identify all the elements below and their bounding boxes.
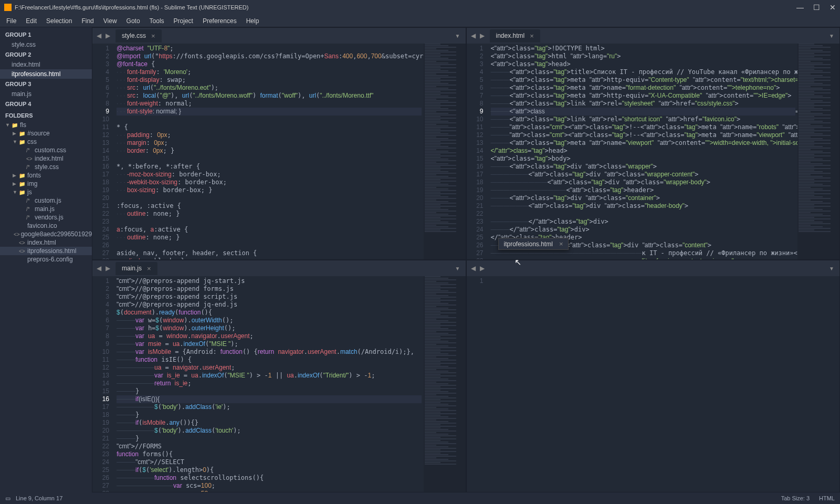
- sidebar: GROUP 1 style.css GROUP 2 index.html itp…: [0, 27, 92, 492]
- tab-prev-icon[interactable]: ◀: [469, 32, 478, 39]
- minimap[interactable]: [424, 276, 466, 492]
- tree-item[interactable]: <>google8aedc29965019295…: [0, 230, 92, 238]
- statusbar: ▭ Line 9, Column 17 Tab Size: 3 HTML: [0, 492, 840, 504]
- tab-dropdown-icon[interactable]: ▼: [452, 266, 464, 271]
- tab-prev-icon[interactable]: ◀: [469, 265, 478, 272]
- tree-item[interactable]: /*custom.css: [0, 146, 92, 154]
- menu-selection[interactable]: Selection: [42, 16, 76, 26]
- editor-body-bottom-left[interactable]: 1234567891011121314151617181920212223242…: [92, 276, 466, 492]
- maximize-button[interactable]: ☐: [813, 3, 820, 12]
- tree-item[interactable]: favicon.ico: [0, 222, 92, 230]
- tree-item[interactable]: /*vendors.js: [0, 213, 92, 222]
- minimap[interactable]: [424, 44, 466, 259]
- tab-next-icon[interactable]: ▶: [478, 32, 487, 39]
- app-icon: [4, 4, 12, 11]
- tabbar-top-left: ◀ ▶ style.css × ▼: [92, 28, 466, 44]
- menu-file[interactable]: File: [2, 16, 20, 26]
- pane-bottom-right: ◀ ▶ ▼ 1: [466, 260, 841, 492]
- group-1-item-0[interactable]: style.css: [0, 40, 92, 49]
- menu-view[interactable]: View: [99, 16, 121, 26]
- menu-find[interactable]: Find: [77, 16, 98, 26]
- menu-preferences[interactable]: Preferences: [198, 16, 241, 26]
- tree-item[interactable]: /*style.css: [0, 163, 92, 171]
- status-cursor[interactable]: Line 9, Column 17: [16, 495, 62, 501]
- tree-item[interactable]: ▼📁css: [0, 138, 92, 146]
- tree-item[interactable]: prepros-6.config: [0, 255, 92, 264]
- tab-index-html[interactable]: index.html ×: [490, 29, 540, 43]
- group-2-item-0[interactable]: index.html: [0, 60, 92, 69]
- pane-top-right: ◀ ▶ index.html × ▼ 123456789101112131415…: [466, 27, 841, 260]
- status-syntax[interactable]: HTML: [819, 495, 835, 501]
- group-3-label[interactable]: GROUP 3: [0, 79, 92, 89]
- editor-body-top-right[interactable]: 1234567891011121314151617181920212223242…: [467, 44, 840, 259]
- tab-close-icon[interactable]: ×: [151, 32, 155, 40]
- folders-label: FOLDERS: [0, 109, 92, 121]
- tree-root[interactable]: ▼📁fls: [0, 121, 92, 129]
- tab-prev-icon[interactable]: ◀: [94, 265, 103, 272]
- group-1-label[interactable]: GROUP 1: [0, 29, 92, 40]
- minimize-button[interactable]: —: [796, 3, 804, 12]
- menu-help[interactable]: Help: [242, 16, 264, 26]
- tab-close-icon[interactable]: ×: [147, 265, 151, 272]
- tree-item[interactable]: ▶📁#source: [0, 129, 92, 138]
- group-2-label[interactable]: GROUP 2: [0, 49, 92, 60]
- tab-prev-icon[interactable]: ◀: [94, 32, 103, 39]
- tree-item[interactable]: /*custom.js: [0, 196, 92, 205]
- menu-edit[interactable]: Edit: [22, 16, 41, 26]
- tab-close-icon[interactable]: ×: [559, 240, 563, 248]
- tree-item[interactable]: <>index.html: [0, 154, 92, 163]
- window-title: F:\FreelancerLifestyle\#fls.guru\fls\itp…: [15, 4, 796, 10]
- tree-item[interactable]: ▶📁img: [0, 180, 92, 188]
- titlebar: F:\FreelancerLifestyle\#fls.guru\fls\itp…: [0, 0, 840, 15]
- tabbar-bottom-left: ◀ ▶ main.js × ▼: [92, 260, 466, 276]
- tabbar-bottom-right: ◀ ▶ ▼: [467, 260, 840, 276]
- group-3-item-0[interactable]: main.js: [0, 89, 92, 99]
- tab-dropdown-icon[interactable]: ▼: [452, 33, 464, 39]
- menu-project[interactable]: Project: [170, 16, 197, 26]
- minimap[interactable]: [797, 44, 839, 259]
- tab-next-icon[interactable]: ▶: [478, 265, 487, 272]
- close-button[interactable]: ✕: [830, 3, 836, 12]
- tab-dropdown-icon[interactable]: ▼: [826, 266, 837, 271]
- pane-top-left: ◀ ▶ style.css × ▼ 1234567891011121314151…: [92, 27, 466, 260]
- status-tabsize[interactable]: Tab Size: 3: [781, 495, 810, 501]
- pane-bottom-left: ◀ ▶ main.js × ▼ 123456789101112131415161…: [92, 260, 466, 492]
- tree-item[interactable]: /*main.js: [0, 205, 92, 213]
- panel-switcher-icon[interactable]: ▭: [5, 495, 10, 502]
- tree-item[interactable]: ▼📁js: [0, 188, 92, 196]
- tree-item[interactable]: <>itprofessions.html: [0, 247, 92, 255]
- tab-style-css[interactable]: style.css ×: [116, 29, 162, 43]
- editor-body-top-left[interactable]: 1234567891011121314151617181920212223242…: [92, 44, 466, 259]
- tab-next-icon[interactable]: ▶: [103, 32, 112, 39]
- tab-close-icon[interactable]: ×: [530, 32, 534, 40]
- tab-next-icon[interactable]: ▶: [103, 265, 112, 272]
- tab-dropdown-icon[interactable]: ▼: [826, 33, 837, 39]
- tabbar-top-right: ◀ ▶ index.html × ▼: [467, 28, 840, 44]
- group-2-item-1[interactable]: itprofessions.html: [0, 69, 92, 79]
- menu-goto[interactable]: Goto: [122, 16, 144, 26]
- tree-item[interactable]: ▶📁fonts: [0, 171, 92, 180]
- tree-item[interactable]: <>index.html: [0, 238, 92, 247]
- menu-tools[interactable]: Tools: [145, 16, 169, 26]
- editor-area: ◀ ▶ style.css × ▼ 1234567891011121314151…: [92, 27, 840, 492]
- dragging-tab[interactable]: itprofessions.html ×: [498, 238, 569, 250]
- tab-main-js[interactable]: main.js ×: [116, 262, 158, 275]
- group-4-label[interactable]: GROUP 4: [0, 99, 92, 109]
- menubar: File Edit Selection Find View Goto Tools…: [0, 15, 840, 27]
- editor-body-bottom-right[interactable]: 1: [467, 276, 840, 492]
